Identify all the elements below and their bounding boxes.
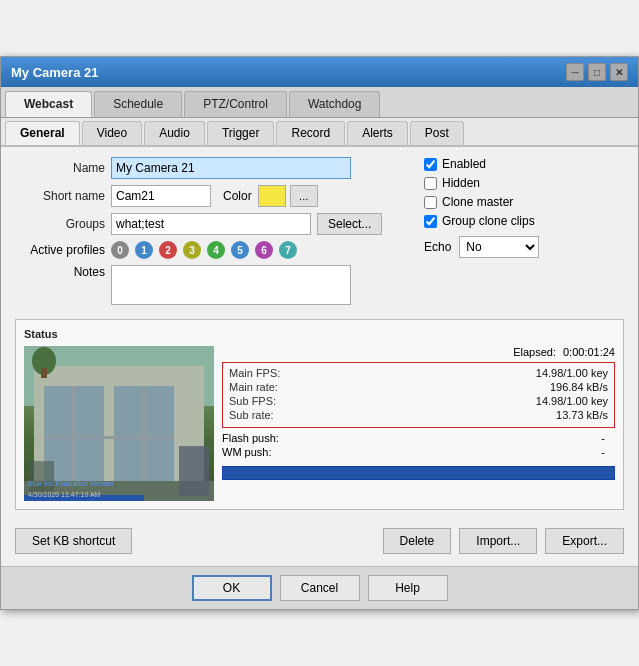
scene-svg xyxy=(24,346,214,501)
right-section: Enabled Hidden Clone master Group clone … xyxy=(414,157,624,311)
tab-inner-audio[interactable]: Audio xyxy=(144,121,205,145)
left-section: Name Short name Color ... Groups Select.… xyxy=(15,157,414,311)
shortname-input[interactable] xyxy=(111,185,211,207)
set-kb-shortcut-button[interactable]: Set KB shortcut xyxy=(15,528,132,554)
close-button[interactable]: ✕ xyxy=(610,63,628,81)
name-input[interactable] xyxy=(111,157,351,179)
profile-6[interactable]: 6 xyxy=(255,241,273,259)
groups-input[interactable] xyxy=(111,213,311,235)
echo-label: Echo xyxy=(424,240,451,254)
dialog-buttons: OK Cancel Help xyxy=(1,566,638,609)
group-clone-row: Group clone clips xyxy=(424,214,624,228)
shortname-row: Short name Color ... xyxy=(15,185,414,207)
window-title: My Camera 21 xyxy=(11,65,98,80)
groups-row: Groups Select... xyxy=(15,213,414,235)
minimize-button[interactable]: ─ xyxy=(566,63,584,81)
tab-inner-alerts[interactable]: Alerts xyxy=(347,121,408,145)
main-rate-label: Main rate: xyxy=(229,381,278,393)
clone-master-row: Clone master xyxy=(424,195,624,209)
main-rate-value: 196.84 kB/s xyxy=(550,381,608,393)
enabled-row: Enabled xyxy=(424,157,624,171)
notes-input[interactable] xyxy=(111,265,351,305)
clone-master-label: Clone master xyxy=(442,195,513,209)
stats-highlighted-box: Main FPS: 14.98/1.00 key Main rate: 196.… xyxy=(222,362,615,428)
hidden-label: Hidden xyxy=(442,176,480,190)
tab-inner-record[interactable]: Record xyxy=(276,121,345,145)
profiles-container: 0 1 2 3 4 5 6 7 xyxy=(111,241,300,259)
tab-outer-schedule[interactable]: Schedule xyxy=(94,91,182,117)
profile-7[interactable]: 7 xyxy=(279,241,297,259)
export-button[interactable]: Export... xyxy=(545,528,624,554)
import-button[interactable]: Import... xyxy=(459,528,537,554)
profiles-row: Active profiles 0 1 2 3 4 5 6 7 xyxy=(15,241,414,259)
color-label: Color xyxy=(223,189,252,203)
profiles-label: Active profiles xyxy=(15,243,105,257)
tab-outer-watchdog[interactable]: Watchdog xyxy=(289,91,381,117)
group-clone-checkbox[interactable] xyxy=(424,215,437,228)
profile-3[interactable]: 3 xyxy=(183,241,201,259)
stats-panel: Elapsed: 0:00:01:24 Main FPS: 14.98/1.00… xyxy=(222,346,615,501)
content-area: Name Short name Color ... Groups Select.… xyxy=(1,147,638,566)
profile-2[interactable]: 2 xyxy=(159,241,177,259)
profile-5[interactable]: 5 xyxy=(231,241,249,259)
notes-label: Notes xyxy=(15,265,105,279)
sub-rate-row: Sub rate: 13.73 kB/s xyxy=(229,409,608,421)
tab-inner-video[interactable]: Video xyxy=(82,121,142,145)
main-rate-row: Main rate: 196.84 kB/s xyxy=(229,381,608,393)
ok-button[interactable]: OK xyxy=(192,575,272,601)
elapsed-row: Elapsed: 0:00:01:24 xyxy=(222,346,615,358)
tab-inner-trigger[interactable]: Trigger xyxy=(207,121,275,145)
profile-0[interactable]: 0 xyxy=(111,241,129,259)
tab-outer-webcast[interactable]: Webcast xyxy=(5,91,92,117)
profile-1[interactable]: 1 xyxy=(135,241,153,259)
cancel-button[interactable]: Cancel xyxy=(280,575,360,601)
help-button[interactable]: Help xyxy=(368,575,448,601)
footer-buttons: Set KB shortcut Delete Import... Export.… xyxy=(15,522,624,556)
name-label: Name xyxy=(15,161,105,175)
flash-push-row: Flash push: - xyxy=(222,432,615,444)
camera-preview: Blue Iris Evaluation Version 4/30/2020 1… xyxy=(24,346,214,501)
profile-4[interactable]: 4 xyxy=(207,241,225,259)
clone-master-checkbox[interactable] xyxy=(424,196,437,209)
sub-fps-value: 14.98/1.00 key xyxy=(536,395,608,407)
flash-push-value: - xyxy=(601,432,605,444)
hidden-checkbox[interactable] xyxy=(424,177,437,190)
delete-button[interactable]: Delete xyxy=(383,528,452,554)
hidden-row: Hidden xyxy=(424,176,624,190)
camera-timestamp: 4/30/2020 11:47:10 AM xyxy=(28,491,210,498)
sub-fps-label: Sub FPS: xyxy=(229,395,276,407)
tab-inner-post[interactable]: Post xyxy=(410,121,464,145)
color-picker[interactable] xyxy=(258,185,286,207)
status-box: Status xyxy=(15,319,624,510)
wm-push-row: WM push: - xyxy=(222,446,615,458)
enabled-checkbox[interactable] xyxy=(424,158,437,171)
group-clone-label: Group clone clips xyxy=(442,214,535,228)
sub-rate-value: 13.73 kB/s xyxy=(556,409,608,421)
main-fps-row: Main FPS: 14.98/1.00 key xyxy=(229,367,608,379)
echo-row: Echo No Yes xyxy=(424,236,624,258)
maximize-button[interactable]: □ xyxy=(588,63,606,81)
select-button[interactable]: Select... xyxy=(317,213,382,235)
elapsed-value: 0:00:01:24 xyxy=(563,346,615,358)
main-fps-label: Main FPS: xyxy=(229,367,280,379)
main-fps-value: 14.98/1.00 key xyxy=(536,367,608,379)
sub-fps-row: Sub FPS: 14.98/1.00 key xyxy=(229,395,608,407)
title-bar: My Camera 21 ─ □ ✕ xyxy=(1,57,638,87)
main-window: My Camera 21 ─ □ ✕ Webcast Schedule PTZ/… xyxy=(0,56,639,610)
outer-tabs: Webcast Schedule PTZ/Control Watchdog xyxy=(1,87,638,118)
wm-push-value: - xyxy=(601,446,605,458)
wm-push-label: WM push: xyxy=(222,446,272,458)
tab-inner-general[interactable]: General xyxy=(5,121,80,145)
svg-rect-6 xyxy=(44,436,174,439)
sub-rate-label: Sub rate: xyxy=(229,409,274,421)
name-row: Name xyxy=(15,157,414,179)
color-dots-button[interactable]: ... xyxy=(290,185,318,207)
elapsed-label: Elapsed: xyxy=(513,346,556,358)
tab-outer-ptz[interactable]: PTZ/Control xyxy=(184,91,287,117)
title-bar-controls: ─ □ ✕ xyxy=(566,63,628,81)
camera-scene: Blue Iris Evaluation Version 4/30/2020 1… xyxy=(24,346,214,501)
progress-bar xyxy=(222,466,615,480)
groups-label: Groups xyxy=(15,217,105,231)
echo-select[interactable]: No Yes xyxy=(459,236,539,258)
form-area: Name Short name Color ... Groups Select.… xyxy=(15,157,624,311)
